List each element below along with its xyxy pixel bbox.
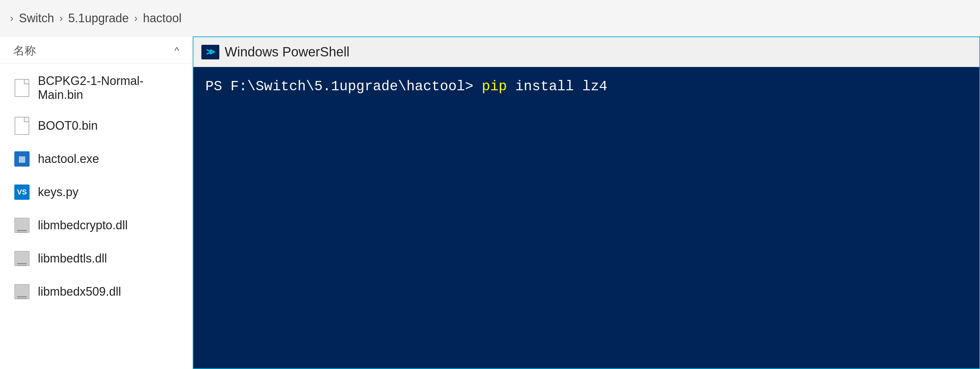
powershell-title: Windows PowerShell [224,44,350,59]
list-item[interactable]: libmbedx509.dll [0,275,192,308]
list-item[interactable]: BOOT0.bin [0,109,192,143]
breadcrumb-switch[interactable]: Switch [19,11,54,25]
file-icon-exe [13,150,30,168]
powershell-titlebar: Windows PowerShell [193,37,979,67]
breadcrumb-chevron-0: › [10,12,14,24]
powershell-panel[interactable]: Windows PowerShell PS F:\Switch\5.1upgra… [193,36,980,369]
powershell-prompt-prefix: PS F:\Switch\5.1upgrade\hactool> [205,77,482,97]
breadcrumb-bar: › Switch › 5.1upgrade › hactool [0,0,980,36]
file-icon-dll [13,249,30,268]
powershell-prompt-keyword: pip [482,77,507,97]
file-icon-py: VS [13,183,30,201]
list-item[interactable]: libmbedtls.dll [0,242,192,275]
file-icon-generic [13,79,30,97]
file-list-header: 名称 ^ [0,36,192,63]
list-item[interactable]: VS keys.py [0,176,192,209]
file-name: libmbedx509.dll [38,285,121,299]
list-item[interactable]: BCPKG2-1-Normal-Main.bin [0,67,192,109]
breadcrumb-51upgrade[interactable]: 5.1upgrade [68,11,129,25]
list-item[interactable]: libmbedcrypto.dll [0,209,192,242]
file-name: BCPKG2-1-Normal-Main.bin [38,74,179,102]
file-list: BCPKG2-1-Normal-Main.bin BOOT0.bin hacto… [0,63,192,369]
breadcrumb-chevron-1: › [59,12,63,24]
file-name: hactool.exe [38,152,99,166]
file-icon-dll [13,216,30,234]
file-name: keys.py [38,185,78,199]
breadcrumb-hactool[interactable]: hactool [143,11,181,25]
file-explorer: 名称 ^ BCPKG2-1-Normal-Main.bin BOOT0.bin [0,36,193,369]
powershell-prompt-command: install lz4 [507,77,607,97]
powershell-prompt-line: PS F:\Switch\5.1upgrade\hactool> pip ins… [205,77,967,97]
file-name: libmbedcrypto.dll [38,219,127,232]
breadcrumb-chevron-2: › [134,12,138,24]
content-area: 名称 ^ BCPKG2-1-Normal-Main.bin BOOT0.bin [0,36,980,369]
list-item[interactable]: hactool.exe [0,143,192,176]
column-header-name: 名称 [13,43,36,59]
file-name: BOOT0.bin [38,119,98,133]
main-container: › Switch › 5.1upgrade › hactool 名称 ^ BCP… [0,0,980,369]
sort-icon[interactable]: ^ [175,45,179,56]
file-icon-dll [13,282,30,301]
file-icon-generic [13,116,30,135]
powershell-content[interactable]: PS F:\Switch\5.1upgrade\hactool> pip ins… [193,67,979,368]
file-name: libmbedtls.dll [38,252,107,266]
powershell-icon [201,45,220,59]
